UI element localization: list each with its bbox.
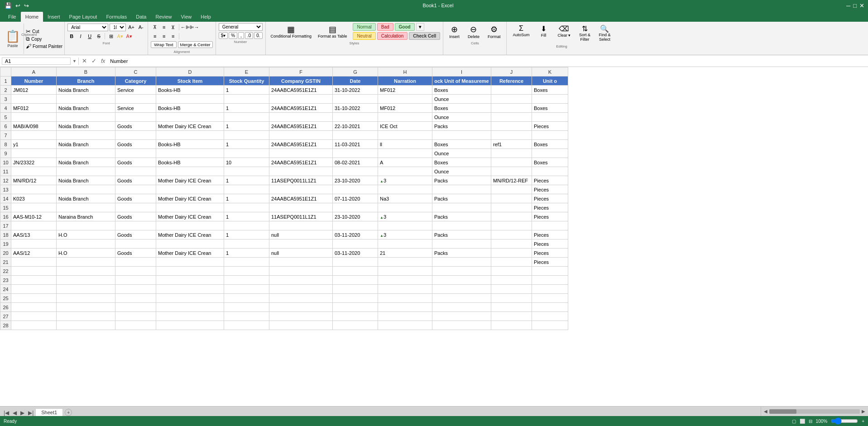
cell-K1[interactable]: Unit o bbox=[532, 77, 568, 86]
cell-F10[interactable]: 24AABCA5951E1Z1 bbox=[269, 158, 333, 167]
cell-D13[interactable] bbox=[156, 185, 224, 194]
cell-A17[interactable] bbox=[11, 221, 57, 230]
cell-H5[interactable] bbox=[378, 113, 432, 122]
cell-B21[interactable] bbox=[57, 258, 115, 267]
cell-I25[interactable] bbox=[432, 294, 491, 303]
cell-B10[interactable]: Noida Branch bbox=[57, 158, 115, 167]
align-left-button[interactable]: ≡ bbox=[151, 32, 159, 40]
cell-I26[interactable] bbox=[432, 303, 491, 312]
cell-H13[interactable] bbox=[378, 185, 432, 194]
cell-F24[interactable] bbox=[269, 285, 333, 294]
cell-F20[interactable]: null bbox=[269, 249, 333, 258]
cell-E4[interactable]: 1 bbox=[224, 104, 269, 113]
cell-E14[interactable]: 1 bbox=[224, 194, 269, 203]
border-button[interactable]: ⊞ bbox=[107, 32, 115, 40]
cell-I9[interactable]: Ounce bbox=[432, 149, 491, 158]
cell-C6[interactable]: Goods bbox=[115, 122, 156, 131]
cell-E18[interactable]: 1 bbox=[224, 230, 269, 239]
tab-file[interactable]: File bbox=[4, 12, 21, 22]
cell-D9[interactable] bbox=[156, 149, 224, 158]
cell-D27[interactable] bbox=[156, 312, 224, 321]
row-header[interactable]: 17 bbox=[0, 221, 11, 230]
row-header[interactable]: 16 bbox=[0, 212, 11, 221]
cell-A23[interactable] bbox=[11, 276, 57, 285]
tab-help[interactable]: Help bbox=[196, 12, 216, 22]
cell-G5[interactable] bbox=[333, 113, 378, 122]
cell-A21[interactable] bbox=[11, 258, 57, 267]
cell-I17[interactable] bbox=[432, 221, 491, 230]
cell-K20[interactable]: Pieces bbox=[532, 249, 568, 258]
cell-F17[interactable] bbox=[269, 221, 333, 230]
confirm-formula-button[interactable]: ✓ bbox=[90, 57, 98, 64]
decrease-decimal-button[interactable]: 0. bbox=[254, 32, 262, 39]
cell-F15[interactable] bbox=[269, 203, 333, 212]
cell-G10[interactable]: 08-02-2021 bbox=[333, 158, 378, 167]
cell-B22[interactable] bbox=[57, 267, 115, 276]
cell-I10[interactable]: Boxes bbox=[432, 158, 491, 167]
cell-H23[interactable] bbox=[378, 276, 432, 285]
cell-I22[interactable] bbox=[432, 267, 491, 276]
cell-C27[interactable] bbox=[115, 312, 156, 321]
cell-J21[interactable] bbox=[491, 258, 532, 267]
add-sheet-button[interactable]: + bbox=[65, 409, 72, 416]
cell-I14[interactable]: Packs bbox=[432, 194, 491, 203]
cell-A5[interactable] bbox=[11, 113, 57, 122]
cell-H9[interactable] bbox=[378, 149, 432, 158]
cell-D15[interactable] bbox=[156, 203, 224, 212]
cell-I11[interactable]: Ounce bbox=[432, 167, 491, 176]
cell-G18[interactable]: 03-11-2020 bbox=[333, 230, 378, 239]
cell-F8[interactable]: 24AABCA5951E1Z1 bbox=[269, 140, 333, 149]
cell-C1[interactable]: Category bbox=[115, 77, 156, 86]
cell-B9[interactable] bbox=[57, 149, 115, 158]
cell-A14[interactable]: K023 bbox=[11, 194, 57, 203]
cell-G17[interactable] bbox=[333, 221, 378, 230]
cell-G6[interactable]: 22-10-2021 bbox=[333, 122, 378, 131]
cell-A15[interactable] bbox=[11, 203, 57, 212]
row-header[interactable]: 14 bbox=[0, 194, 11, 203]
row-header[interactable]: 24 bbox=[0, 285, 11, 294]
cell-C2[interactable]: Service bbox=[115, 86, 156, 95]
cell-J11[interactable] bbox=[491, 167, 532, 176]
align-middle-button[interactable]: ≡ bbox=[160, 23, 168, 31]
col-header-H[interactable]: H bbox=[378, 67, 432, 77]
format-as-table-button[interactable]: ▤ Format as Table bbox=[316, 23, 349, 40]
row-header[interactable]: 23 bbox=[0, 276, 11, 285]
cell-K28[interactable] bbox=[532, 321, 568, 330]
cell-G14[interactable]: 07-11-2020 bbox=[333, 194, 378, 203]
redo-button[interactable]: ↪ bbox=[23, 2, 30, 9]
cell-B7[interactable] bbox=[57, 131, 115, 140]
cell-A25[interactable] bbox=[11, 294, 57, 303]
cell-D26[interactable] bbox=[156, 303, 224, 312]
cell-H11[interactable] bbox=[378, 167, 432, 176]
cell-F23[interactable] bbox=[269, 276, 333, 285]
cell-B4[interactable]: Noida Branch bbox=[57, 104, 115, 113]
cell-F21[interactable] bbox=[269, 258, 333, 267]
cell-E26[interactable] bbox=[224, 303, 269, 312]
cell-A8[interactable]: y1 bbox=[11, 140, 57, 149]
cell-A18[interactable]: AAS/13 bbox=[11, 230, 57, 239]
cell-K7[interactable] bbox=[532, 131, 568, 140]
restore-button[interactable]: □ bbox=[853, 2, 857, 9]
cell-A26[interactable] bbox=[11, 303, 57, 312]
cell-C9[interactable] bbox=[115, 149, 156, 158]
cell-J15[interactable] bbox=[491, 203, 532, 212]
align-center-button[interactable]: ≡ bbox=[160, 32, 168, 40]
cell-B13[interactable] bbox=[57, 185, 115, 194]
cell-A28[interactable] bbox=[11, 321, 57, 330]
style-checkcell[interactable]: Check Cell bbox=[409, 32, 440, 40]
next-sheet-button[interactable]: ▶ bbox=[19, 410, 26, 416]
format-painter-button[interactable]: 🖌 Format Painter bbox=[26, 43, 62, 49]
cell-G4[interactable]: 31-10-2022 bbox=[333, 104, 378, 113]
cell-F25[interactable] bbox=[269, 294, 333, 303]
cell-E22[interactable] bbox=[224, 267, 269, 276]
cell-I6[interactable]: Packs bbox=[432, 122, 491, 131]
cell-G24[interactable] bbox=[333, 285, 378, 294]
cell-G2[interactable]: 31-10-2022 bbox=[333, 86, 378, 95]
cell-B16[interactable]: Naraina Branch bbox=[57, 212, 115, 221]
cell-J19[interactable] bbox=[491, 239, 532, 249]
increase-decimal-button[interactable]: .0 bbox=[245, 32, 253, 39]
cell-K15[interactable]: Pieces bbox=[532, 203, 568, 212]
col-header-C[interactable]: C bbox=[115, 67, 156, 77]
cell-C17[interactable] bbox=[115, 221, 156, 230]
cell-H20[interactable]: 21 bbox=[378, 249, 432, 258]
